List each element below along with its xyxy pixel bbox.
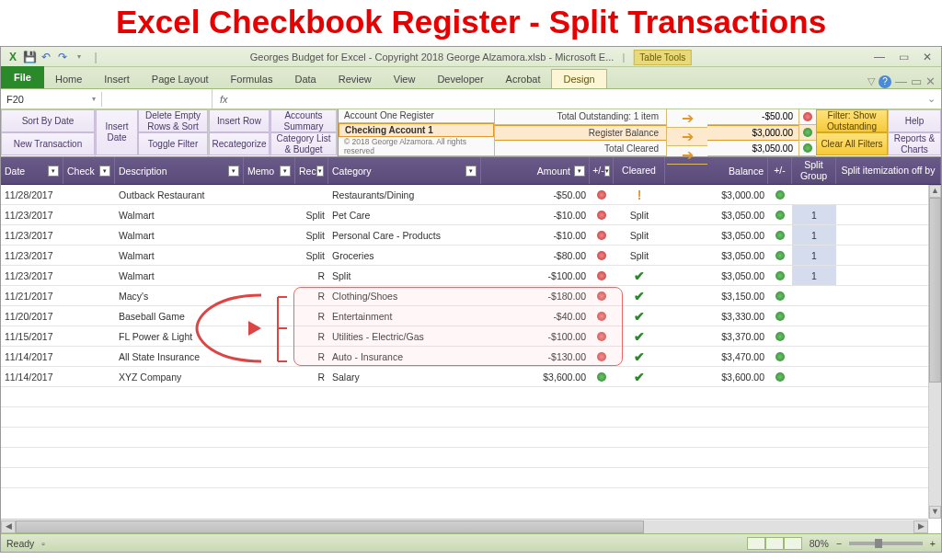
window-minimize-icon[interactable]: — [895,74,907,88]
scroll-right-icon[interactable]: ▶ [913,520,928,533]
help-button[interactable]: Help [888,109,941,132]
col-balance[interactable]: Balance [665,157,768,184]
empty-row[interactable] [1,448,941,468]
home-tab[interactable]: Home [44,70,93,88]
cell-description[interactable]: Walmart [115,246,244,265]
col-date[interactable]: Date▾ [1,157,63,184]
accounts-summary-button[interactable]: Accounts Summary [270,109,337,132]
cell-memo[interactable] [244,266,295,285]
cell-memo[interactable] [244,205,295,224]
cell-balance[interactable]: $3,600.00 [665,367,768,386]
cell-balance[interactable]: $3,050.00 [665,246,768,265]
data-grid[interactable]: 11/28/2017Outback RestaurantRestaurants/… [1,185,941,488]
maximize-icon[interactable]: ▭ [893,51,913,63]
cell-date[interactable]: 11/15/2017 [1,326,63,346]
cell-description[interactable]: All State Insurance [115,347,244,366]
cell-category[interactable]: Restaurants/Dining [328,185,481,204]
cell-split-off[interactable] [836,326,941,346]
normal-view-icon[interactable] [747,537,765,550]
scroll-left-icon[interactable]: ◀ [1,520,16,533]
cell-memo[interactable] [244,367,295,386]
cell-date[interactable]: 11/23/2017 [1,225,63,245]
cell-rec[interactable]: Split [295,205,328,224]
cell-split-off[interactable] [836,367,941,386]
cell-split-off[interactable] [836,286,941,305]
table-row[interactable]: 11/20/2017Baseball GameREntertainment-$4… [1,306,941,326]
window-restore-icon[interactable]: ▭ [911,74,922,88]
cell-category[interactable]: Salary [328,367,481,386]
cell-split-group[interactable] [792,306,836,326]
cell-balance[interactable]: $3,150.00 [665,286,768,305]
cell-date[interactable]: 11/23/2017 [1,246,63,265]
col-check[interactable]: Check▾ [63,157,115,184]
cell-category[interactable]: Utilities - Electric/Gas [328,326,481,346]
window-close-icon[interactable]: ✕ [925,74,936,88]
table-row[interactable]: 11/28/2017Outback RestaurantRestaurants/… [1,185,941,205]
cell-date[interactable]: 11/14/2017 [1,347,63,366]
macro-record-icon[interactable]: ▫ [41,538,45,549]
help-icon[interactable]: ? [879,75,891,88]
cell-split-group[interactable]: 1 [792,266,836,285]
redo-icon[interactable]: ↷ [54,49,71,65]
cell-check[interactable] [63,306,115,326]
empty-row[interactable] [1,428,941,448]
zoom-slider[interactable] [849,542,923,545]
cell-check[interactable] [63,225,115,245]
clear-all-filters-button[interactable]: Clear All Filters [816,132,888,155]
cell-date[interactable]: 11/23/2017 [1,266,63,285]
cell-check[interactable] [63,367,115,386]
view-tab[interactable]: View [383,70,427,88]
cell-balance[interactable]: $3,050.00 [665,225,768,245]
cell-rec[interactable] [295,185,328,204]
cell-cleared[interactable]: ✔ [614,326,665,346]
cell-cleared[interactable]: ✔ [614,367,665,386]
delete-empty-rows-button[interactable]: Delete Empty Rows & Sort [138,109,208,132]
fx-icon[interactable]: fx [213,94,236,105]
cell-cleared[interactable]: Split [614,246,665,265]
cell-memo[interactable] [244,246,295,265]
file-tab[interactable]: File [1,66,44,88]
cell-memo[interactable] [244,326,295,346]
zoom-out-icon[interactable]: − [836,538,842,549]
cell-category[interactable]: Clothing/Shoes [328,286,481,305]
cell-balance[interactable]: $3,370.00 [665,326,768,346]
cell-description[interactable]: Macy's [115,286,244,305]
cell-check[interactable] [63,205,115,224]
cell-rec[interactable]: R [295,306,328,326]
table-row[interactable]: 11/14/2017XYZ CompanyRSalary$3,600.00✔$3… [1,367,941,387]
zoom-level[interactable]: 80% [810,538,829,549]
new-transaction-button[interactable]: New Transaction [1,132,95,155]
col-rec[interactable]: Rec▾ [295,157,328,184]
cell-cleared[interactable]: Split [614,205,665,224]
cell-amount[interactable]: -$100.00 [481,326,590,346]
empty-row[interactable] [1,387,941,407]
recategorize-button[interactable]: Recategorize [209,132,270,155]
cell-split-off[interactable] [836,306,941,326]
cell-cleared[interactable]: ✔ [614,266,665,285]
cell-date[interactable]: 11/14/2017 [1,367,63,386]
cell-rec[interactable]: R [295,266,328,285]
cell-description[interactable]: Walmart [115,205,244,224]
account-name[interactable]: Checking Account 1 [339,123,494,138]
table-tools-tab[interactable]: Table Tools [633,50,692,65]
insert-date-button[interactable]: Insert Date [96,109,138,155]
col-plus-minus-1[interactable]: +/-▾ [590,157,614,184]
cell-amount[interactable]: -$130.00 [481,347,590,366]
cell-amount[interactable]: -$10.00 [481,205,590,224]
col-cleared[interactable]: Cleared [614,157,665,184]
page-layout-view-icon[interactable] [765,537,784,550]
review-tab[interactable]: Review [327,70,383,88]
cell-split-group[interactable]: 1 [792,225,836,245]
minimize-icon[interactable]: — [869,51,890,63]
cell-amount[interactable]: -$50.00 [481,185,590,204]
cell-split-off[interactable] [836,266,941,285]
horizontal-scrollbar[interactable]: ◀ ▶ [1,519,928,533]
formulas-tab[interactable]: Formulas [220,70,284,88]
scroll-down-icon[interactable]: ▼ [929,506,941,519]
excel-icon[interactable]: X [5,49,21,65]
formula-input[interactable] [236,97,922,101]
cell-rec[interactable]: Split [295,246,328,265]
cell-description[interactable]: FL Power & Light [115,326,244,346]
cell-check[interactable] [63,246,115,265]
cell-split-group[interactable]: 1 [792,246,836,265]
